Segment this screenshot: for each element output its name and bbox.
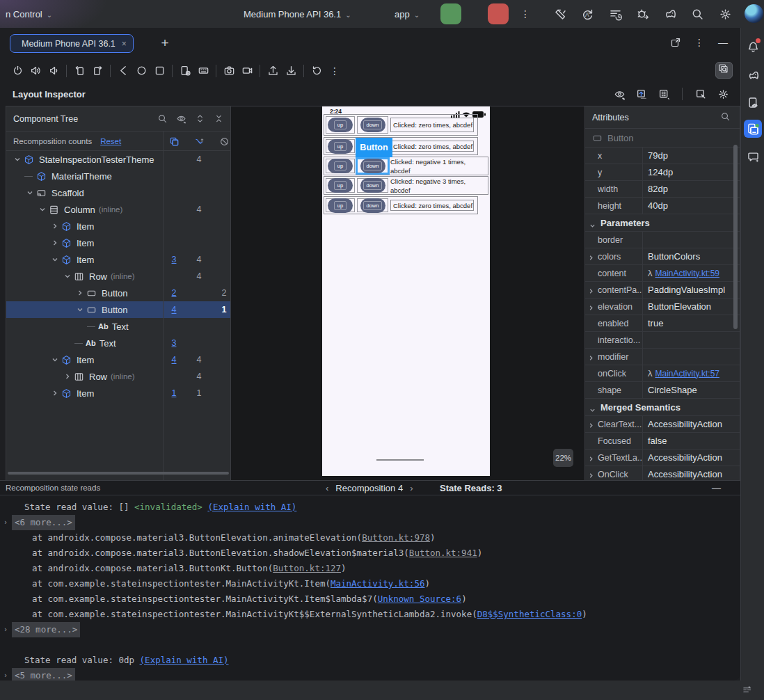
up-button[interactable]: up xyxy=(328,159,353,173)
ai-chat-icon[interactable] xyxy=(744,148,762,166)
eye-icon[interactable] xyxy=(175,113,187,125)
attribute-row-width[interactable]: width82dp xyxy=(585,180,740,197)
home-icon[interactable] xyxy=(132,62,150,80)
recomposition-count[interactable]: 3 xyxy=(164,335,184,351)
chevron-right-icon[interactable] xyxy=(74,287,86,299)
down-button[interactable]: down xyxy=(360,118,385,132)
attribute-row-modifier[interactable]: modifier xyxy=(585,348,740,365)
attach-debugger-icon[interactable] xyxy=(635,6,651,22)
record-icon[interactable] xyxy=(238,62,256,80)
download-icon[interactable] xyxy=(282,62,300,80)
device-selector[interactable]: Medium Phone API 36.1 ⌄ xyxy=(235,9,356,19)
overview-icon[interactable] xyxy=(150,62,168,80)
attribute-row-y[interactable]: y124dp xyxy=(585,164,740,180)
pick-icon[interactable] xyxy=(693,86,708,102)
collapsed-frames[interactable]: <6 more...> xyxy=(12,515,75,530)
merged-semantics-section-header[interactable]: Merged Semantics xyxy=(585,398,740,415)
run-more-kebab[interactable]: ⋮ xyxy=(517,6,534,22)
source-location-link[interactable]: D8$$SyntheticClass:0 xyxy=(477,609,582,619)
clear-counts-icon[interactable] xyxy=(218,135,230,148)
rerun-button[interactable] xyxy=(440,3,461,24)
tree-node-item[interactable]: Item11 xyxy=(6,385,230,401)
up-button[interactable]: up xyxy=(328,118,353,132)
chevron-right-icon[interactable] xyxy=(588,303,595,310)
chevron-down-icon[interactable] xyxy=(49,354,61,365)
recomposition-count[interactable]: 4 xyxy=(164,301,184,318)
vertical-scrollbar[interactable] xyxy=(733,145,738,329)
chevron-right-icon[interactable] xyxy=(588,454,595,461)
adjust-settings-icon[interactable] xyxy=(742,685,754,697)
tree-node-stateinspectiontestertheme[interactable]: StateInspectionTesterTheme4 xyxy=(6,151,230,168)
chevron-down-icon[interactable] xyxy=(12,154,23,165)
down-button[interactable]: down xyxy=(360,159,385,173)
parameters-section-header[interactable]: Parameters xyxy=(585,214,740,231)
chevron-right-icon[interactable] xyxy=(588,253,595,260)
tree-node-row[interactable]: Row(inline)4 xyxy=(6,268,230,285)
attribute-row-content[interactable]: contentλMainActivity.kt:59 xyxy=(585,264,740,281)
chevron-right-icon[interactable] xyxy=(588,471,595,478)
expand-icon[interactable] xyxy=(193,113,206,125)
bell-icon[interactable] xyxy=(744,38,762,56)
down-button[interactable]: down xyxy=(360,178,385,193)
profiler-icon[interactable] xyxy=(607,6,623,22)
tree-node-text[interactable]: AbText3 xyxy=(6,335,230,351)
chevron-down-icon[interactable] xyxy=(62,271,73,282)
close-icon[interactable]: × xyxy=(122,39,127,49)
settings-icon[interactable] xyxy=(717,6,733,22)
power-icon[interactable] xyxy=(8,62,26,80)
chevron-right-icon[interactable] xyxy=(588,353,595,360)
eye-icon[interactable] xyxy=(612,86,627,102)
build-icon[interactable] xyxy=(552,6,568,22)
collapsed-frames[interactable]: <28 more...> xyxy=(12,622,80,637)
attribute-row-border[interactable]: border xyxy=(585,231,740,248)
layout-inspector-toggle[interactable] xyxy=(715,62,733,79)
tree-node-scaffold[interactable]: Scaffold xyxy=(6,184,230,201)
attribute-row-height[interactable]: height40dp xyxy=(585,197,740,214)
tree-node-item[interactable]: Item xyxy=(6,218,230,234)
source-location-link[interactable]: Unknown Source:6 xyxy=(378,594,461,604)
chevron-down-icon[interactable] xyxy=(37,204,48,215)
run-config-selector[interactable]: app ⌄ xyxy=(386,9,424,19)
source-link[interactable]: MainActivity.kt:59 xyxy=(655,269,719,278)
minimize-icon[interactable]: — xyxy=(712,483,721,493)
export-icon[interactable] xyxy=(634,86,649,102)
tree-node-materialtheme[interactable]: MaterialTheme xyxy=(6,168,230,184)
open-in-new-window-icon[interactable] xyxy=(668,35,683,50)
gradle-icon[interactable] xyxy=(744,66,762,84)
next-recomposition-icon[interactable]: › xyxy=(410,483,413,493)
volume-down-icon[interactable] xyxy=(45,62,63,80)
expand-chevron-icon[interactable]: › xyxy=(3,515,8,530)
upload-icon[interactable] xyxy=(264,62,282,80)
gradle-sync-icon[interactable] xyxy=(662,6,678,22)
chevron-right-icon[interactable] xyxy=(588,287,595,294)
recomposition-count[interactable]: 3 xyxy=(164,251,184,268)
down-button[interactable]: down xyxy=(360,198,385,213)
avatar[interactable] xyxy=(745,4,763,23)
back-icon[interactable] xyxy=(114,62,132,80)
horizontal-scrollbar[interactable] xyxy=(8,472,229,475)
explain-with-ai-link[interactable]: (Explain with AI) xyxy=(140,655,229,665)
source-location-link[interactable]: Button.kt:941 xyxy=(409,548,477,558)
chevron-right-icon[interactable] xyxy=(49,388,61,399)
device-manager-icon[interactable] xyxy=(744,93,762,111)
recomposition-skips-icon[interactable] xyxy=(193,135,205,148)
source-location-link[interactable]: Button.kt:127 xyxy=(273,563,341,573)
tree-opts-icon[interactable] xyxy=(656,86,671,102)
tree-node-button[interactable]: Button22 xyxy=(6,285,230,301)
chevron-down-icon[interactable] xyxy=(24,187,35,198)
chevron-down-icon[interactable] xyxy=(74,304,86,315)
apply-changes-icon[interactable]: A xyxy=(580,6,596,22)
tree-node-row[interactable]: Row(inline)4 xyxy=(6,368,230,385)
debug-button[interactable] xyxy=(465,3,486,24)
chevron-right-icon[interactable] xyxy=(49,221,61,232)
tree-node-column[interactable]: Column(inline)4 xyxy=(6,201,230,218)
recomposition-count[interactable]: 2 xyxy=(164,285,184,301)
snapshot-icon[interactable] xyxy=(176,62,194,80)
attribute-row-interactio[interactable]: interactio... xyxy=(585,331,740,348)
collapse-icon[interactable] xyxy=(212,113,225,125)
chevron-right-icon[interactable] xyxy=(588,421,595,428)
attribute-row-cleartext[interactable]: ClearText...AccessibilityAction xyxy=(585,415,740,432)
recomposition-counts-icon[interactable] xyxy=(168,135,180,148)
tab-medium-phone[interactable]: Medium Phone API 36.1 × xyxy=(10,34,134,53)
attribute-row-onclick[interactable]: onClickλMainActivity.kt:57 xyxy=(585,365,740,381)
